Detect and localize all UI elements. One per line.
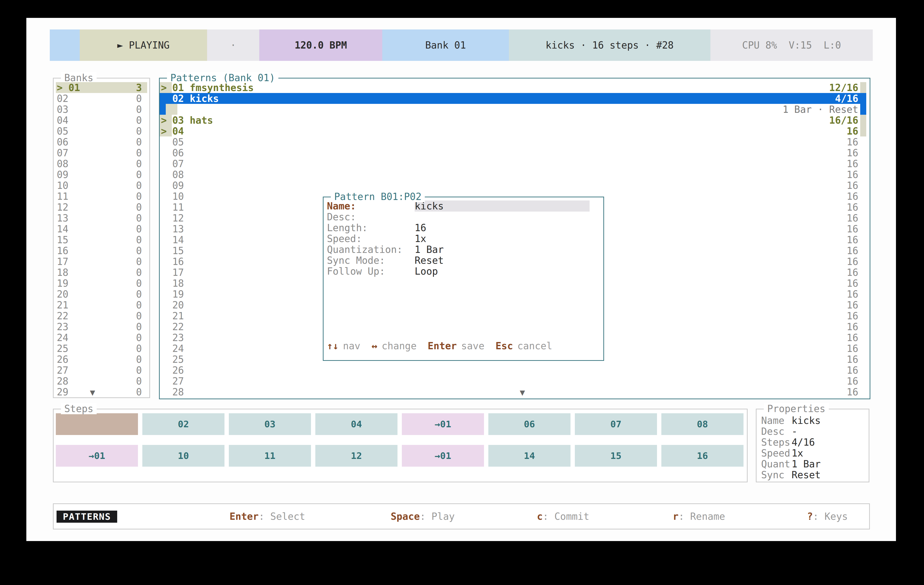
- header-segment-spacer: [50, 30, 80, 61]
- bank-row-02[interactable]: 020: [54, 93, 149, 104]
- step-cell-11[interactable]: 11: [229, 445, 311, 466]
- bank-row-01[interactable]: > 013: [56, 82, 147, 93]
- patterns-scrollbar[interactable]: [860, 202, 866, 213]
- pattern-row-04[interactable]: >0416: [160, 125, 866, 137]
- patterns-scrollbar[interactable]: [860, 386, 866, 397]
- patterns-scrollbar[interactable]: [860, 234, 866, 245]
- bank-row-07[interactable]: 070: [54, 147, 149, 158]
- patterns-scrollbar[interactable]: [860, 310, 866, 321]
- bank-row-18[interactable]: 180: [54, 267, 149, 278]
- patterns-scrollbar[interactable]: [860, 104, 866, 115]
- pattern-row-07[interactable]: 0716: [160, 158, 866, 169]
- bank-row-24[interactable]: 240: [54, 332, 149, 343]
- bank-row-28[interactable]: 280: [54, 376, 149, 386]
- patterns-scrollbar[interactable]: [860, 245, 866, 256]
- dialog-field-length[interactable]: Length:16: [323, 222, 603, 233]
- bank-row-10[interactable]: 100: [54, 180, 149, 191]
- patterns-scrollbar[interactable]: [860, 158, 866, 169]
- bank-row-05[interactable]: 050: [54, 125, 149, 137]
- bank-row-06[interactable]: 060: [54, 137, 149, 147]
- patterns-scrollbar[interactable]: [860, 278, 866, 288]
- bank-row-16[interactable]: 160: [54, 245, 149, 256]
- patterns-scrollbar[interactable]: [860, 365, 866, 376]
- step-cell-8[interactable]: 08: [662, 413, 744, 435]
- bank-row-08[interactable]: 080: [54, 158, 149, 169]
- patterns-scrollbar[interactable]: [860, 256, 866, 267]
- pattern-row-05[interactable]: 0516: [160, 137, 866, 147]
- step-cell-1[interactable]: [56, 413, 138, 435]
- bank-row-26[interactable]: 260: [54, 354, 149, 365]
- patterns-scrollbar[interactable]: [860, 115, 866, 125]
- patterns-scrollbar[interactable]: [860, 82, 866, 93]
- pattern-row-08[interactable]: 0816: [160, 169, 866, 180]
- pattern-row-06[interactable]: 0616: [160, 147, 866, 158]
- step-cell-7[interactable]: 07: [575, 413, 657, 435]
- bank-row-11[interactable]: 110: [54, 191, 149, 202]
- pattern-row-03[interactable]: >03 hats16/16: [160, 115, 866, 125]
- patterns-scrollbar[interactable]: [860, 147, 866, 158]
- bank-row-29[interactable]: 29▼0: [54, 386, 149, 397]
- step-cell-14[interactable]: 14: [488, 445, 571, 466]
- patterns-scrollbar[interactable]: [860, 267, 866, 278]
- bank-row-13[interactable]: 130: [54, 213, 149, 223]
- bank-number: 21: [57, 300, 68, 311]
- step-cell-3[interactable]: 03: [229, 413, 311, 435]
- pattern-row-28[interactable]: 28▼16: [160, 386, 866, 397]
- step-cell-16[interactable]: 16: [662, 445, 744, 466]
- pattern-row-gutter: [160, 180, 172, 191]
- step-cell-9[interactable]: →01: [56, 445, 138, 466]
- pattern-row-27[interactable]: 2716: [160, 376, 866, 386]
- patterns-scrollbar[interactable]: [860, 223, 866, 234]
- bank-row-14[interactable]: 140: [54, 223, 149, 234]
- step-cell-2[interactable]: 02: [142, 413, 224, 435]
- patterns-scrollbar[interactable]: [860, 93, 866, 104]
- pattern-row-02[interactable]: 02 kicks4/16: [160, 93, 866, 104]
- patterns-scrollbar[interactable]: [860, 321, 866, 332]
- header-segment-separator-dot: ·: [207, 30, 259, 61]
- step-cell-6[interactable]: 06: [488, 413, 571, 435]
- pattern-row-26[interactable]: 2616: [160, 365, 866, 376]
- bank-row-15[interactable]: 150: [54, 234, 149, 245]
- step-cell-15[interactable]: 15: [575, 445, 657, 466]
- dialog-field-syncmode[interactable]: Sync Mode:Reset: [323, 255, 603, 266]
- bank-row-09[interactable]: 090: [54, 169, 149, 180]
- bank-row-20[interactable]: 200: [54, 288, 149, 300]
- bank-row-25[interactable]: 250: [54, 343, 149, 354]
- patterns-scrollbar[interactable]: [860, 191, 866, 202]
- patterns-scrollbar[interactable]: [860, 343, 866, 354]
- pattern-row-09[interactable]: 0916: [160, 180, 866, 191]
- pattern-step-count: 16: [846, 376, 858, 387]
- patterns-scrollbar[interactable]: [860, 137, 866, 147]
- dialog-field-desc[interactable]: Desc:: [323, 211, 603, 222]
- patterns-scrollbar[interactable]: [860, 300, 866, 310]
- bank-row-03[interactable]: 030: [54, 104, 149, 115]
- dialog-field-value-input[interactable]: kicks: [415, 201, 589, 212]
- step-cell-5[interactable]: →01: [402, 413, 484, 435]
- patterns-scrollbar[interactable]: [860, 354, 866, 365]
- dialog-field-quantization[interactable]: Quantization:1 Bar: [323, 244, 603, 255]
- header-segment-system-stats: CPU 8% V:15 L:0: [710, 30, 873, 61]
- dialog-field-speed[interactable]: Speed:1x: [323, 233, 603, 244]
- patterns-scrollbar[interactable]: [860, 125, 866, 137]
- bank-row-19[interactable]: 190: [54, 278, 149, 288]
- step-cell-10[interactable]: 10: [142, 445, 224, 466]
- patterns-scrollbar[interactable]: [860, 376, 866, 386]
- bank-row-22[interactable]: 220: [54, 310, 149, 321]
- bank-row-21[interactable]: 210: [54, 300, 149, 310]
- step-cell-13[interactable]: →01: [402, 445, 484, 466]
- dialog-field-followup[interactable]: Follow Up:Loop: [323, 266, 603, 277]
- patterns-scrollbar[interactable]: [860, 332, 866, 343]
- patterns-scrollbar[interactable]: [860, 288, 866, 300]
- patterns-scrollbar[interactable]: [860, 213, 866, 223]
- bank-row-27[interactable]: 270: [54, 365, 149, 376]
- bank-row-23[interactable]: 230: [54, 321, 149, 332]
- bank-row-17[interactable]: 170: [54, 256, 149, 267]
- step-cell-4[interactable]: 04: [315, 413, 398, 435]
- pattern-row-01[interactable]: >01 fmsynthesis12/16: [160, 82, 866, 93]
- step-cell-12[interactable]: 12: [315, 445, 398, 466]
- bank-number: 19: [57, 278, 68, 289]
- bank-row-12[interactable]: 120: [54, 202, 149, 213]
- patterns-scrollbar[interactable]: [860, 169, 866, 180]
- patterns-scrollbar[interactable]: [860, 180, 866, 191]
- bank-row-04[interactable]: 040: [54, 115, 149, 125]
